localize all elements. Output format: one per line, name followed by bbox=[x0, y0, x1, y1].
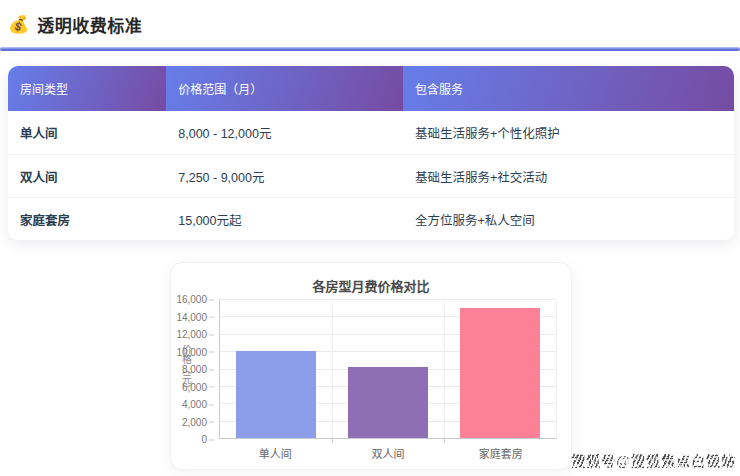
cell-services: 全方位服务+私人空间 bbox=[403, 198, 734, 240]
y-tick-label: 16,000 bbox=[176, 294, 207, 305]
vertical-gridline bbox=[444, 299, 445, 438]
y-tick-label: 4,000 bbox=[182, 399, 207, 410]
x-category-label: 家庭套房 bbox=[479, 445, 523, 461]
watermark: 搜狐号@搜狐焦点白银站 bbox=[571, 450, 736, 470]
page-header: 💰 透明收费标准 bbox=[0, 0, 740, 47]
bar-家庭套房 bbox=[460, 308, 540, 438]
x-category-label: 双人间 bbox=[372, 445, 405, 461]
cell-room-type: 双人间 bbox=[8, 155, 166, 197]
price-comparison-chart: 各房型月费价格对比 价格（元） 02,0004,0006,0008,00010,… bbox=[170, 262, 572, 470]
bar-单人间 bbox=[236, 351, 316, 438]
y-tick-label: 14,000 bbox=[176, 311, 207, 322]
cell-price-range: 7,250 - 9,000元 bbox=[166, 155, 403, 197]
chart-xlabels: 单人间双人间家庭套房 bbox=[219, 445, 557, 461]
cell-services: 基础生活服务+个性化照护 bbox=[403, 111, 734, 154]
table-row-double: 双人间 7,250 - 9,000元 基础生活服务+社交活动 bbox=[8, 154, 734, 197]
column-header-room-type: 房间类型 bbox=[8, 66, 166, 111]
y-tick-label: 8,000 bbox=[182, 364, 207, 375]
cell-price-range: 15,000元起 bbox=[166, 198, 403, 240]
gridline bbox=[220, 299, 556, 300]
table-row-family-suite: 家庭套房 15,000元起 全方位服务+私人空间 bbox=[8, 197, 734, 240]
cell-price-range: 8,000 - 12,000元 bbox=[166, 111, 403, 154]
table-row-single: 单人间 8,000 - 12,000元 基础生活服务+个性化照护 bbox=[8, 111, 734, 154]
column-header-services: 包含服务 bbox=[403, 66, 734, 111]
pricing-table: 房间类型 价格范围（月） 包含服务 单人间 8,000 - 12,000元 基础… bbox=[8, 66, 734, 240]
y-tick-label: 2,000 bbox=[182, 416, 207, 427]
vertical-gridline bbox=[332, 299, 333, 438]
column-header-price-range: 价格范围（月） bbox=[166, 66, 403, 111]
chart-yticks: 02,0004,0006,0008,00010,00012,00014,0001… bbox=[171, 299, 215, 439]
y-tick-label: 12,000 bbox=[176, 329, 207, 340]
x-category-label: 单人间 bbox=[259, 445, 292, 461]
title-divider bbox=[0, 47, 740, 51]
y-tick-label: 6,000 bbox=[182, 381, 207, 392]
chart-title: 各房型月费价格对比 bbox=[171, 276, 571, 295]
cell-room-type: 单人间 bbox=[8, 111, 166, 154]
page: 💰 透明收费标准 房间类型 价格范围（月） 包含服务 单人间 8,000 - 1… bbox=[0, 0, 740, 476]
money-bag-icon: 💰 bbox=[8, 16, 29, 33]
bar-双人间 bbox=[348, 367, 428, 438]
x-tick-mark bbox=[332, 439, 333, 443]
cell-room-type: 家庭套房 bbox=[8, 198, 166, 240]
chart-plot bbox=[219, 299, 557, 439]
y-tick-label: 0 bbox=[201, 434, 207, 445]
x-tick-mark bbox=[444, 439, 445, 443]
page-title: 透明收费标准 bbox=[37, 12, 142, 37]
table-header-row: 房间类型 价格范围（月） 包含服务 bbox=[8, 66, 734, 111]
y-tick-label: 10,000 bbox=[176, 346, 207, 357]
cell-services: 基础生活服务+社交活动 bbox=[403, 155, 734, 197]
